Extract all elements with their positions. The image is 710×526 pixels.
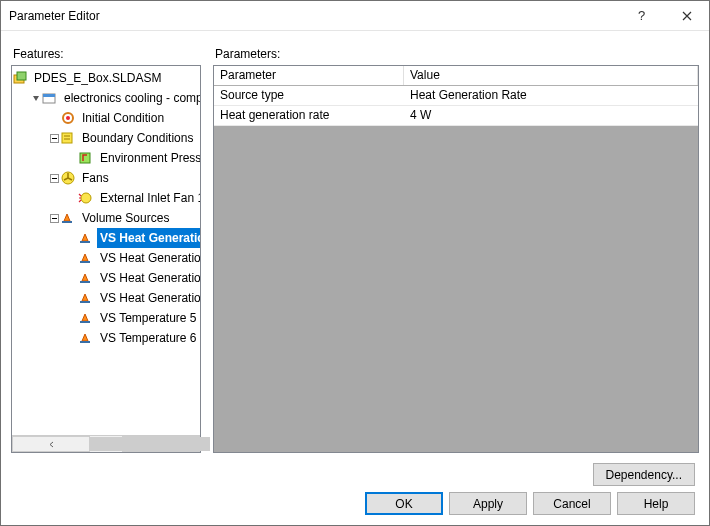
scroll-left-button[interactable] <box>12 436 90 452</box>
tree-item-project[interactable]: electronics cooling - completed <box>12 88 200 108</box>
tree-item-vs-heat-generation-3[interactable]: VS Heat Generation R <box>12 268 200 288</box>
dependency-button[interactable]: Dependency... <box>593 463 696 486</box>
fans-icon <box>60 170 76 186</box>
button-bar: Dependency... OK Apply Cancel Help <box>11 453 699 515</box>
collapse-icon[interactable] <box>30 94 42 103</box>
svg-rect-7 <box>62 133 72 143</box>
svg-rect-14 <box>80 241 90 243</box>
scrollbar-track[interactable] <box>90 436 122 452</box>
fan-icon <box>78 190 94 206</box>
main-area: Features: PDES_E_Box.SLDASM <box>11 39 699 453</box>
grid-cell-value[interactable]: 4 W <box>404 106 698 125</box>
svg-rect-3 <box>43 94 55 97</box>
tree-item-label: Fans <box>79 168 112 188</box>
heat-source-icon <box>78 250 94 266</box>
heat-source-icon <box>78 330 94 346</box>
column-header-parameter[interactable]: Parameter <box>214 66 404 85</box>
tree-item-label: VS Heat Generation R <box>97 288 200 308</box>
svg-rect-13 <box>62 221 72 223</box>
project-icon <box>42 90 58 106</box>
tree-item-label: Environment Pressure <box>97 148 200 168</box>
tree-item-external-inlet-fan[interactable]: External Inlet Fan 1 <box>12 188 200 208</box>
svg-rect-15 <box>80 261 90 263</box>
tree-item-fans[interactable]: Fans <box>12 168 200 188</box>
heat-source-icon <box>78 290 94 306</box>
grid-row-source-type[interactable]: Source type Heat Generation Rate <box>214 86 698 106</box>
tree-item-label: Volume Sources <box>79 208 172 228</box>
grid-row-heat-generation-rate[interactable]: Heat generation rate 4 W <box>214 106 698 126</box>
svg-rect-17 <box>80 301 90 303</box>
tree-item-boundary-conditions[interactable]: Boundary Conditions <box>12 128 200 148</box>
tree-item-label: VS Heat Generation R <box>97 248 200 268</box>
features-column: Features: PDES_E_Box.SLDASM <box>11 39 201 453</box>
pressure-icon <box>78 150 94 166</box>
svg-rect-1 <box>17 72 26 80</box>
initial-condition-icon <box>60 110 76 126</box>
assembly-icon <box>12 70 28 86</box>
tree-item-volume-sources[interactable]: Volume Sources <box>12 208 200 228</box>
tree-item-label: External Inlet Fan 1 <box>97 188 200 208</box>
heat-source-icon <box>78 310 94 326</box>
boundary-conditions-icon <box>60 130 76 146</box>
tree-item-vs-heat-generation-4[interactable]: VS Heat Generation R <box>12 288 200 308</box>
help-button-titlebar[interactable]: ? <box>619 1 664 30</box>
volume-sources-icon <box>60 210 76 226</box>
window-controls: ? <box>619 1 709 30</box>
parameter-editor-dialog: Parameter Editor ? Features: PDES_E_Box.… <box>0 0 710 526</box>
cancel-button[interactable]: Cancel <box>533 492 611 515</box>
svg-rect-18 <box>80 321 90 323</box>
tree-item-label: electronics cooling - completed <box>61 88 200 108</box>
tree-item-vs-heat-generation-1[interactable]: VS Heat Generation <box>12 228 200 248</box>
tree-item-vs-heat-generation-2[interactable]: VS Heat Generation R <box>12 248 200 268</box>
ok-button[interactable]: OK <box>365 492 443 515</box>
features-tree-panel: PDES_E_Box.SLDASM electronics cooling - … <box>11 65 201 453</box>
grid-header: Parameter Value <box>214 66 698 86</box>
parameter-grid[interactable]: Parameter Value Source type Heat Generat… <box>214 66 698 452</box>
grid-cell-param: Heat generation rate <box>214 106 404 125</box>
features-label: Features: <box>13 47 201 61</box>
tree-item-label: PDES_E_Box.SLDASM <box>31 68 164 88</box>
svg-point-5 <box>66 116 70 120</box>
heat-source-icon <box>78 230 94 246</box>
svg-rect-16 <box>80 281 90 283</box>
collapse-icon[interactable] <box>48 214 60 223</box>
svg-rect-19 <box>80 341 90 343</box>
chevron-left-icon <box>48 441 55 448</box>
help-button[interactable]: Help <box>617 492 695 515</box>
tree-item-label: VS Temperature 6 <box>97 328 200 348</box>
tree-item-label: Boundary Conditions <box>79 128 196 148</box>
tree-item-vs-temperature-5[interactable]: VS Temperature 5 <box>12 308 200 328</box>
parameters-grid-panel: Parameter Value Source type Heat Generat… <box>213 65 699 453</box>
collapse-icon[interactable] <box>48 174 60 183</box>
feature-tree: PDES_E_Box.SLDASM electronics cooling - … <box>12 66 200 350</box>
tree-item-label: Initial Condition <box>79 108 167 128</box>
collapse-icon[interactable] <box>48 134 60 143</box>
horizontal-scrollbar[interactable] <box>12 435 200 452</box>
apply-button[interactable]: Apply <box>449 492 527 515</box>
grid-cell-value[interactable]: Heat Generation Rate <box>404 86 698 105</box>
tree-item-label: VS Heat Generation <box>97 228 200 248</box>
tree-item-label: VS Temperature 5 <box>97 308 200 328</box>
title-bar: Parameter Editor ? <box>1 1 709 31</box>
svg-point-11 <box>81 193 91 203</box>
close-button[interactable] <box>664 1 709 30</box>
tree-item-initial-condition[interactable]: Initial Condition <box>12 108 200 128</box>
tree-viewport[interactable]: PDES_E_Box.SLDASM electronics cooling - … <box>12 66 200 435</box>
window-title: Parameter Editor <box>1 9 100 23</box>
tree-item-environment-pressure[interactable]: Environment Pressure <box>12 148 200 168</box>
tree-item-label: VS Heat Generation R <box>97 268 200 288</box>
grid-cell-param: Source type <box>214 86 404 105</box>
scrollbar-thumb[interactable] <box>90 437 210 451</box>
close-icon <box>682 11 692 21</box>
tree-root-assembly[interactable]: PDES_E_Box.SLDASM <box>12 68 200 88</box>
parameters-label: Parameters: <box>215 47 699 61</box>
heat-source-icon <box>78 270 94 286</box>
tree-item-vs-temperature-6[interactable]: VS Temperature 6 <box>12 328 200 348</box>
parameters-column: Parameters: Parameter Value Source type … <box>213 39 699 453</box>
column-header-value[interactable]: Value <box>404 66 698 85</box>
dialog-body: Features: PDES_E_Box.SLDASM <box>1 31 709 525</box>
